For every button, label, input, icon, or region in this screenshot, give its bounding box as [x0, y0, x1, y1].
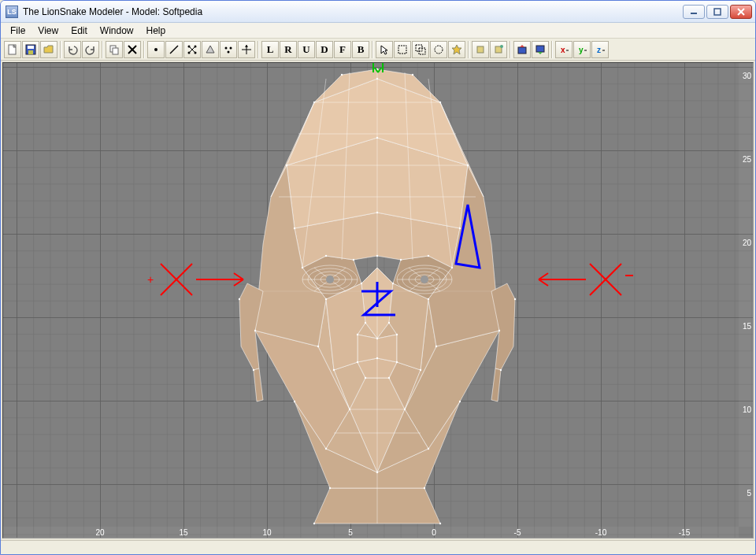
- axis-z-button[interactable]: z: [591, 41, 609, 58]
- vertex-icon: [223, 44, 234, 55]
- svg-point-119: [329, 487, 331, 489]
- minimize-button[interactable]: [683, 5, 705, 19]
- svg-point-106: [396, 361, 398, 363]
- view-back-button[interactable]: B: [352, 41, 369, 58]
- svg-point-112: [294, 401, 295, 402]
- import-button[interactable]: [532, 41, 549, 58]
- svg-point-124: [514, 298, 516, 300]
- svg-point-88: [353, 259, 354, 261]
- line-tool-button[interactable]: [165, 41, 183, 58]
- view-down-button[interactable]: D: [316, 41, 333, 58]
- import-icon: [535, 44, 546, 55]
- svg-rect-9: [113, 48, 118, 54]
- marker-b-button[interactable]: [490, 41, 507, 58]
- new-file-icon: [7, 44, 18, 55]
- title-bar: LS The LionSnake Modeler - Model: Softpe…: [1, 1, 755, 23]
- menu-help[interactable]: Help: [140, 24, 172, 38]
- svg-point-89: [400, 259, 402, 261]
- separator: [510, 41, 511, 58]
- menu-edit[interactable]: Edit: [65, 24, 94, 38]
- export-button[interactable]: [513, 41, 531, 58]
- select-circle-button[interactable]: [430, 41, 447, 58]
- axis-x-button[interactable]: x: [555, 41, 573, 58]
- ruler-y-tick: 5: [747, 489, 751, 498]
- vertex-tool-button[interactable]: [220, 41, 237, 58]
- svg-rect-6: [28, 46, 34, 49]
- window-title: The LionSnake Modeler - Model: Softpedia: [23, 6, 683, 17]
- svg-point-82: [294, 228, 295, 229]
- svg-point-121: [313, 523, 315, 524]
- svg-point-108: [333, 369, 335, 371]
- toolbar: L R U D F B x y z: [1, 39, 755, 61]
- move-tool-button[interactable]: [238, 41, 255, 58]
- axis-x-icon: x: [558, 44, 569, 55]
- svg-point-103: [357, 334, 358, 335]
- line-icon: [169, 44, 180, 55]
- svg-point-91: [376, 255, 378, 257]
- select-add-button[interactable]: [412, 41, 429, 58]
- view-front-button[interactable]: F: [334, 41, 351, 58]
- svg-point-116: [325, 448, 327, 450]
- crosshair-tool-button[interactable]: [183, 41, 201, 58]
- status-bar: [1, 540, 755, 555]
- viewport[interactable]: + 20: [2, 62, 754, 538]
- select-button[interactable]: [376, 41, 393, 58]
- svg-point-111: [388, 377, 390, 379]
- ruler-x-tick: -5: [514, 528, 521, 537]
- delete-button[interactable]: [124, 41, 141, 58]
- menu-view[interactable]: View: [32, 24, 65, 38]
- ruler-x-tick: 10: [262, 528, 271, 537]
- minimize-icon: [690, 8, 698, 16]
- maximize-icon: [713, 8, 721, 16]
- marker-a-button[interactable]: [472, 41, 489, 58]
- ruler-y-tick: 30: [743, 72, 751, 80]
- view-right-button[interactable]: R: [280, 41, 297, 58]
- window-controls: [683, 5, 752, 19]
- svg-point-93: [392, 283, 394, 284]
- svg-point-77: [439, 102, 441, 103]
- axis-y-icon: y: [576, 44, 587, 55]
- svg-line-13: [170, 46, 178, 54]
- close-button[interactable]: [730, 5, 752, 19]
- copy-button[interactable]: [106, 41, 123, 58]
- new-button[interactable]: [4, 41, 21, 58]
- point-tool-button[interactable]: [147, 41, 165, 58]
- menu-bar: File View Edit Window Help: [1, 23, 755, 39]
- export-icon: [517, 44, 528, 55]
- undo-button[interactable]: [64, 41, 81, 58]
- svg-point-21: [230, 46, 232, 49]
- svg-rect-32: [518, 47, 526, 54]
- model-canvas: +: [3, 63, 753, 538]
- app-icon: LS: [6, 6, 18, 18]
- svg-text:z: z: [597, 46, 601, 54]
- ruler-vertical: 30 25 20 15 10 5: [739, 63, 753, 527]
- select-star-button[interactable]: [448, 41, 465, 58]
- separator: [60, 41, 61, 58]
- face-icon: [205, 44, 216, 55]
- svg-point-94: [325, 298, 327, 300]
- delete-icon: [127, 44, 138, 55]
- svg-point-90: [428, 255, 429, 257]
- axis-z-icon: z: [595, 44, 606, 55]
- save-button[interactable]: [22, 41, 39, 58]
- redo-icon: [85, 44, 96, 55]
- maximize-button[interactable]: [706, 5, 728, 19]
- svg-point-58: [421, 276, 428, 283]
- open-button[interactable]: [40, 41, 57, 58]
- view-left-button[interactable]: L: [261, 41, 279, 58]
- view-up-button[interactable]: U: [298, 41, 315, 58]
- svg-point-99: [435, 346, 437, 347]
- axis-y-button[interactable]: y: [573, 41, 591, 58]
- redo-button[interactable]: [82, 41, 99, 58]
- select-rect-button[interactable]: [394, 41, 411, 58]
- menu-file[interactable]: File: [4, 24, 32, 38]
- svg-point-104: [396, 334, 398, 335]
- select-rect-icon: [397, 44, 408, 55]
- face-tool-button[interactable]: [202, 41, 219, 58]
- menu-window[interactable]: Window: [94, 24, 140, 38]
- svg-rect-29: [477, 46, 484, 53]
- svg-point-18: [188, 51, 191, 54]
- svg-point-110: [365, 377, 366, 379]
- svg-point-122: [439, 523, 441, 524]
- svg-point-16: [188, 45, 191, 47]
